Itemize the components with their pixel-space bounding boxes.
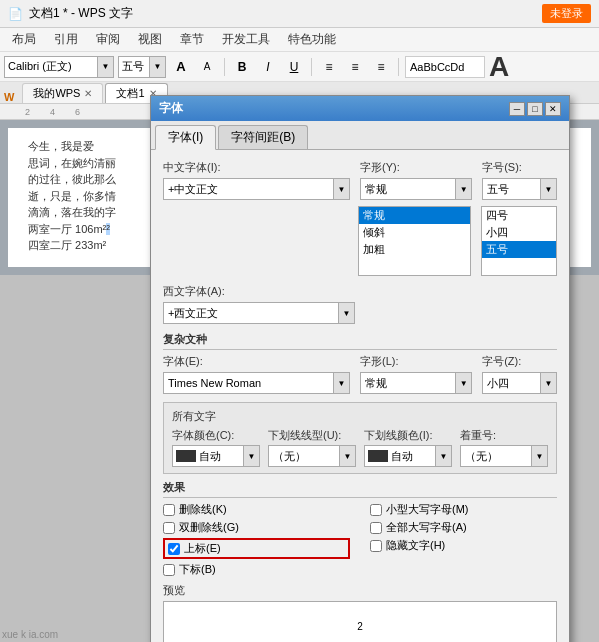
dialog-titlebar: 字体 ─ □ ✕ (151, 96, 569, 121)
complex-size-col: 字号(Z): 小四 ▼ (482, 354, 557, 394)
font-color-swatch (176, 450, 196, 462)
subscript-label: 下标(B) (179, 562, 216, 577)
style-select[interactable]: 常规 ▼ (360, 178, 472, 200)
all-text-row: 字体颜色(C): 自动 ▼ 下划线线型(U): （无） ▼ (172, 428, 548, 467)
small-caps-checkbox[interactable] (370, 504, 382, 516)
strikethrough-row: 删除线(K) (163, 502, 350, 517)
style-dropdown-arrow[interactable]: ▼ (455, 179, 471, 199)
complex-font-row: 字体(E): Times New Roman ▼ 字形(L): 常规 ▼ 字号(… (163, 354, 557, 394)
superscript-row: 上标(E) (163, 538, 350, 559)
effects-right-col: 小型大写字母(M) 全部大写字母(A) 隐藏文字(H) (370, 502, 557, 577)
underline-style-label: 下划线线型(U): (268, 428, 356, 443)
dialog-maximize-button[interactable]: □ (527, 102, 543, 116)
complex-style-select[interactable]: 常规 ▼ (360, 372, 472, 394)
west-font-col: 西文字体(A): +西文正文 ▼ (163, 284, 355, 324)
all-caps-checkbox[interactable] (370, 522, 382, 534)
font-dialog: 字体 ─ □ ✕ 字体(I) 字符间距(B) 中文字体(I): +中文正文 ▼ (150, 95, 570, 642)
size-dropdown-arrow[interactable]: ▼ (540, 179, 556, 199)
effects-section: 删除线(K) 双删除线(G) 上标(E) 下标(B) (163, 502, 557, 577)
west-font-label: 西文字体(A): (163, 284, 355, 299)
west-font-select[interactable]: +西文正文 ▼ (163, 302, 355, 324)
dialog-tab-spacing[interactable]: 字符间距(B) (218, 125, 308, 149)
cn-font-dropdown-arrow[interactable]: ▼ (333, 179, 349, 199)
all-text-section: 所有文字 字体颜色(C): 自动 ▼ 下划线线型(U): （无） (163, 402, 557, 474)
complex-font-select[interactable]: Times New Roman ▼ (163, 372, 350, 394)
size-select[interactable]: 五号 ▼ (482, 178, 557, 200)
style-item-bold[interactable]: 加粗 (359, 241, 470, 258)
dialog-overlay: 字体 ─ □ ✕ 字体(I) 字符间距(B) 中文字体(I): +中文正文 ▼ (0, 0, 599, 642)
underline-style-dropdown-arrow[interactable]: ▼ (339, 446, 355, 466)
double-strikethrough-row: 双删除线(G) (163, 520, 350, 535)
dialog-close-button[interactable]: ✕ (545, 102, 561, 116)
size-item-5[interactable]: 五号 (482, 241, 556, 258)
hidden-text-row: 隐藏文字(H) (370, 538, 557, 553)
preview-label: 预览 (163, 583, 557, 598)
underline-color-swatch (368, 450, 388, 462)
complex-size-value: 小四 (483, 376, 540, 391)
double-strikethrough-checkbox[interactable] (163, 522, 175, 534)
preview-section: 2 (163, 601, 557, 642)
emphasis-value: （无） (461, 449, 531, 464)
all-text-label: 所有文字 (172, 409, 548, 424)
double-strikethrough-label: 双删除线(G) (179, 520, 239, 535)
size-label: 字号(S): (482, 160, 557, 175)
complex-size-label: 字号(Z): (482, 354, 557, 369)
dialog-titlebar-buttons: ─ □ ✕ (509, 102, 561, 116)
all-caps-row: 全部大写字母(A) (370, 520, 557, 535)
complex-style-label: 字形(L): (360, 354, 472, 369)
subscript-checkbox[interactable] (163, 564, 175, 576)
emphasis-col: 着重号: （无） ▼ (460, 428, 548, 467)
size-item-4[interactable]: 四号 (482, 207, 556, 224)
complex-size-dropdown-arrow[interactable]: ▼ (540, 373, 556, 393)
style-label: 字形(Y): (360, 160, 472, 175)
strikethrough-checkbox[interactable] (163, 504, 175, 516)
size-listbox[interactable]: 四号 小四 五号 (481, 206, 557, 276)
underline-color-col: 下划线颜色(I): 自动 ▼ (364, 428, 452, 467)
style-listbox[interactable]: 常规 倾斜 加粗 (358, 206, 471, 276)
style-col: 字形(Y): 常规 ▼ (360, 160, 472, 200)
size-value: 五号 (483, 182, 540, 197)
underline-style-col: 下划线线型(U): （无） ▼ (268, 428, 356, 467)
west-font-value: +西文正文 (164, 306, 338, 321)
dialog-content: 中文字体(I): +中文正文 ▼ 字形(Y): 常规 ▼ 字号(S): (151, 150, 569, 642)
style-item-italic[interactable]: 倾斜 (359, 224, 470, 241)
west-font-row: 西文字体(A): +西文正文 ▼ (163, 284, 557, 324)
cn-font-row: 中文字体(I): +中文正文 ▼ 字形(Y): 常规 ▼ 字号(S): (163, 160, 557, 200)
underline-style-select[interactable]: （无） ▼ (268, 445, 356, 467)
underline-color-label: 下划线颜色(I): (364, 428, 452, 443)
small-caps-row: 小型大写字母(M) (370, 502, 557, 517)
dialog-minimize-button[interactable]: ─ (509, 102, 525, 116)
cn-font-select[interactable]: +中文正文 ▼ (163, 178, 350, 200)
complex-section-label: 复杂文种 (163, 332, 557, 350)
superscript-checkbox[interactable] (168, 543, 180, 555)
dialog-tab-font[interactable]: 字体(I) (155, 125, 216, 150)
emphasis-dropdown-arrow[interactable]: ▼ (531, 446, 547, 466)
complex-style-col: 字形(L): 常规 ▼ (360, 354, 472, 394)
preview-text: 2 (357, 621, 363, 632)
underline-color-dropdown-arrow[interactable]: ▼ (435, 446, 451, 466)
font-color-col: 字体颜色(C): 自动 ▼ (172, 428, 260, 467)
complex-font-label: 字体(E): (163, 354, 350, 369)
hidden-text-checkbox[interactable] (370, 540, 382, 552)
complex-font-dropdown-arrow[interactable]: ▼ (333, 373, 349, 393)
watermark: xue k ia.com (2, 629, 58, 640)
font-color-value: 自动 (199, 449, 243, 464)
emphasis-label: 着重号: (460, 428, 548, 443)
west-font-dropdown-arrow[interactable]: ▼ (338, 303, 354, 323)
size-item-small4[interactable]: 小四 (482, 224, 556, 241)
font-color-label: 字体颜色(C): (172, 428, 260, 443)
hidden-text-label: 隐藏文字(H) (386, 538, 445, 553)
emphasis-select[interactable]: （无） ▼ (460, 445, 548, 467)
underline-color-select[interactable]: 自动 ▼ (364, 445, 452, 467)
font-color-dropdown-arrow[interactable]: ▼ (243, 446, 259, 466)
size-col: 字号(S): 五号 ▼ (482, 160, 557, 200)
font-color-select[interactable]: 自动 ▼ (172, 445, 260, 467)
style-item-regular[interactable]: 常规 (359, 207, 470, 224)
complex-font-value: Times New Roman (164, 377, 333, 389)
style-value: 常规 (361, 182, 455, 197)
complex-size-select[interactable]: 小四 ▼ (482, 372, 557, 394)
complex-style-dropdown-arrow[interactable]: ▼ (455, 373, 471, 393)
list-row: 常规 倾斜 加粗 四号 小四 五号 (163, 206, 557, 276)
cn-font-col: 中文字体(I): +中文正文 ▼ (163, 160, 350, 200)
complex-style-value: 常规 (361, 376, 455, 391)
